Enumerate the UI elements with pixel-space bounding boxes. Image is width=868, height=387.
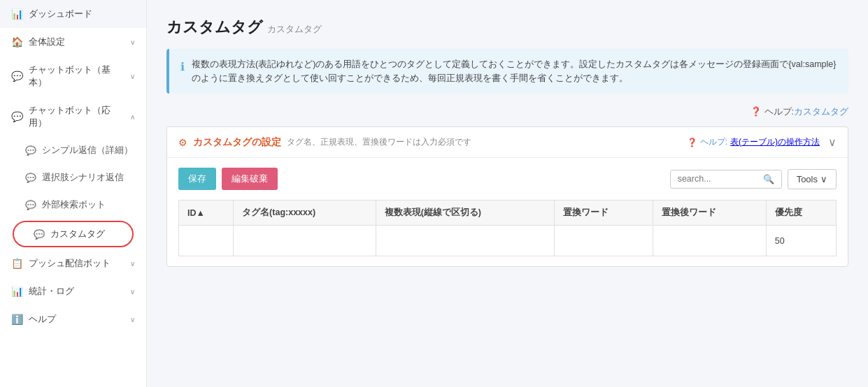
page-subtitle: カスタムタグ	[267, 23, 322, 36]
table-body: 50	[179, 226, 837, 256]
sidebar-item-custom-tag-wrapper: 💬 カスタムタグ	[6, 221, 141, 247]
card-subtitle: タグ名、正規表現、置換後ワードは入力必須です	[287, 136, 471, 148]
toolbar-row: 保存 編集破棄 🔍 Tools ∨	[178, 168, 837, 190]
chevron-down-icon: ∨	[820, 174, 827, 184]
simple-reply-icon: 💬	[25, 145, 36, 156]
discard-button[interactable]: 編集破棄	[222, 168, 278, 190]
card-body: 保存 編集破棄 🔍 Tools ∨ ID▲	[167, 158, 848, 266]
push-icon: 📋	[11, 258, 23, 269]
tools-button[interactable]: Tools ∨	[788, 169, 837, 189]
table-row: 50	[179, 226, 837, 256]
sidebar: 📊 ダッシュボード 🏠 全体設定 ∨ 💬 チャットボット（基本） ∨ 💬 チャッ…	[0, 0, 147, 387]
help-link-row: ❓ ヘルプ: カスタムタグ	[166, 106, 848, 118]
help-label: ❓ ヘルプ:	[750, 106, 794, 118]
col-replace-after: 置換後ワード	[653, 200, 766, 226]
table-help-row: ❓ ヘルプ: 表(テーブル)の操作方法	[687, 136, 820, 148]
info-text: 複数の表現方法(表記ゆれなど)のある用語をひとつのタグとして定義しておくことがで…	[192, 57, 837, 85]
cell-replace-after	[653, 226, 766, 256]
cell-priority: 50	[766, 226, 836, 256]
search-box[interactable]: 🔍	[670, 170, 782, 189]
search-input[interactable]	[678, 174, 759, 184]
main-content: カスタムタグ カスタムタグ ℹ 複数の表現方法(表記ゆれなど)のある用語をひとつ…	[147, 0, 868, 387]
chevron-down-icon: ∨	[130, 316, 135, 323]
choice-icon: 💬	[25, 173, 36, 183]
cell-multi-expr	[376, 226, 555, 256]
chevron-down-icon: ∨	[130, 73, 135, 80]
card-header: ⚙ カスタムタグの設定 タグ名、正規表現、置換後ワードは入力必須です ❓ ヘルプ…	[167, 127, 848, 158]
sidebar-item-chatbot-basic[interactable]: 💬 チャットボット（基本） ∨	[0, 56, 146, 96]
chevron-down-icon: ∨	[130, 288, 135, 295]
sidebar-item-simple-reply[interactable]: 💬 シンプル返信（詳細）	[0, 137, 146, 164]
page-header: カスタムタグ カスタムタグ	[166, 17, 848, 38]
data-table: ID▲ タグ名(tag:xxxxx) 複数表現(縦線で区切る) 置換ワード 置換	[178, 200, 837, 256]
chat-advanced-icon: 💬	[11, 111, 23, 122]
page-title: カスタムタグ	[166, 17, 263, 38]
sidebar-item-chatbot-advanced[interactable]: 💬 チャットボット（応用） ∧	[0, 96, 146, 137]
sidebar-item-help[interactable]: ℹ️ ヘルプ ∨	[0, 305, 146, 333]
search-icon: 🔍	[763, 174, 774, 184]
card-header-right: ❓ ヘルプ: 表(テーブル)の操作方法 ∨	[687, 136, 837, 149]
chevron-down-icon: ∨	[130, 38, 135, 46]
sidebar-item-dashboard[interactable]: 📊 ダッシュボード	[0, 0, 146, 28]
sidebar-item-general-settings[interactable]: 🏠 全体設定 ∨	[0, 28, 146, 56]
cell-tag-name	[234, 226, 376, 256]
col-replace-word: 置換ワード	[555, 200, 653, 226]
collapse-button[interactable]: ∨	[828, 136, 837, 149]
sidebar-item-stats-log[interactable]: 📊 統計・ログ ∨	[0, 277, 146, 305]
chevron-down-icon: ∨	[130, 260, 135, 268]
search-bot-icon: 💬	[25, 200, 36, 210]
custom-tag-icon: 💬	[34, 229, 45, 240]
help-icon: ℹ️	[11, 314, 23, 325]
table-help-label: ヘルプ:	[700, 136, 727, 148]
card-title-row: ⚙ カスタムタグの設定 タグ名、正規表現、置換後ワードは入力必須です	[178, 136, 471, 149]
sidebar-item-choice-scenario[interactable]: 💬 選択肢シナリオ返信	[0, 164, 146, 191]
question-icon: ❓	[687, 138, 697, 147]
stats-icon: 📊	[11, 286, 23, 297]
col-tag-name: タグ名(tag:xxxxx)	[234, 200, 376, 226]
dashboard-icon: 📊	[11, 8, 23, 20]
home-icon: 🏠	[11, 36, 23, 48]
save-button[interactable]: 保存	[178, 168, 216, 190]
table-header: ID▲ タグ名(tag:xxxxx) 複数表現(縦線で区切る) 置換ワード 置換	[179, 200, 837, 226]
gear-icon: ⚙	[178, 137, 187, 148]
settings-card: ⚙ カスタムタグの設定 タグ名、正規表現、置換後ワードは入力必須です ❓ ヘルプ…	[166, 126, 848, 267]
cell-id	[179, 226, 234, 256]
help-custom-tag-link[interactable]: カスタムタグ	[794, 106, 848, 118]
col-id: ID▲	[179, 200, 234, 226]
card-title: カスタムタグの設定	[193, 136, 281, 149]
chatbot-advanced-submenu: 💬 シンプル返信（詳細） 💬 選択肢シナリオ返信 💬 外部検索ボット 💬 カスタ…	[0, 137, 146, 249]
col-multi-expr: 複数表現(縦線で区切る)	[376, 200, 555, 226]
chevron-up-icon: ∧	[130, 113, 135, 121]
sidebar-item-external-search[interactable]: 💬 外部検索ボット	[0, 191, 146, 219]
chat-icon: 💬	[11, 71, 23, 82]
col-priority: 優先度	[766, 200, 836, 226]
cell-replace-word	[555, 226, 653, 256]
info-icon: ℹ	[180, 58, 185, 76]
sidebar-item-push-bot[interactable]: 📋 プッシュ配信ボット ∨	[0, 249, 146, 277]
sidebar-item-custom-tag[interactable]: 💬 カスタムタグ	[13, 221, 134, 247]
table-help-link[interactable]: 表(テーブル)の操作方法	[730, 136, 820, 148]
info-box: ℹ 複数の表現方法(表記ゆれなど)のある用語をひとつのタグとして定義しておくこと…	[166, 49, 848, 94]
